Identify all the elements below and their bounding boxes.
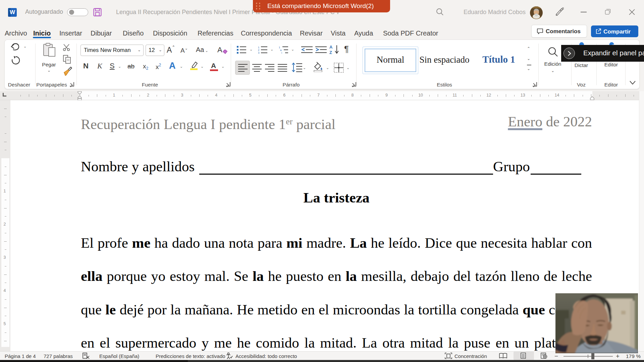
svg-text:Z: Z	[329, 50, 332, 55]
svg-text:i: i	[281, 51, 282, 54]
svg-text:A: A	[329, 45, 333, 50]
svg-text:3: 3	[258, 51, 260, 54]
